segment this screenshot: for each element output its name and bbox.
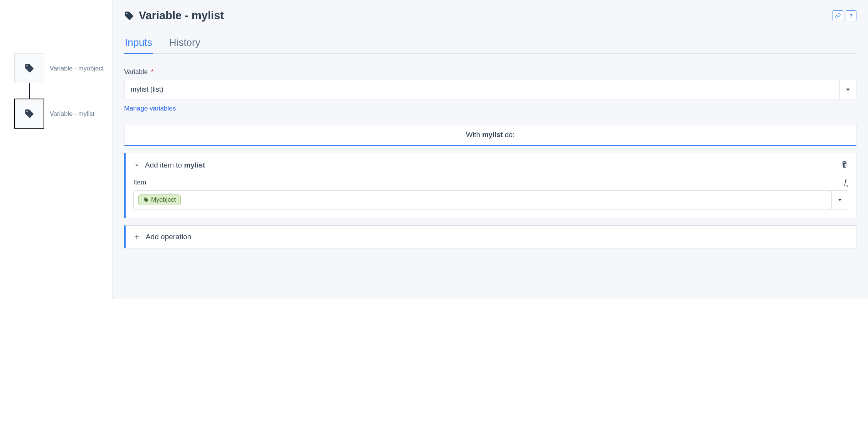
trash-icon — [841, 160, 848, 168]
node-box[interactable] — [14, 53, 44, 83]
node-variable-myobject[interactable]: Variable - myobject — [14, 53, 104, 83]
node-box[interactable] — [14, 99, 44, 129]
tag-icon — [24, 63, 34, 73]
editor-panel: Variable - mylist ? Inputs History Varia… — [113, 0, 868, 299]
operation-collapse-toggle[interactable]: Add item to mylist — [133, 161, 205, 169]
formula-toggle-button[interactable]: fx — [844, 178, 848, 187]
page-title-text: Variable - mylist — [139, 9, 224, 22]
with-block-header: With mylist do: — [124, 124, 856, 146]
page-title: Variable - mylist — [124, 9, 224, 22]
tag-icon — [124, 11, 134, 21]
add-operation-button[interactable]: Add operation — [124, 225, 856, 248]
link-icon — [835, 13, 841, 19]
plus-icon — [133, 233, 140, 240]
tab-inputs[interactable]: Inputs — [124, 35, 153, 54]
operation-card-add-item: Add item to mylist Item fx Myobject — [124, 153, 856, 218]
add-operation-label: Add operation — [146, 233, 191, 241]
help-icon: ? — [849, 13, 853, 19]
item-field-label: Item — [133, 179, 146, 186]
tag-icon — [143, 197, 149, 203]
chevron-down-icon — [846, 89, 850, 91]
tabs: Inputs History — [124, 35, 856, 54]
tag-icon — [24, 109, 34, 119]
help-button[interactable]: ? — [846, 10, 856, 21]
variable-pill-myobject[interactable]: Myobject — [138, 194, 181, 205]
delete-operation-button[interactable] — [841, 160, 848, 170]
node-variable-mylist[interactable]: Variable - mylist — [14, 99, 94, 129]
item-input-menu[interactable] — [831, 190, 848, 209]
required-marker: * — [151, 68, 154, 75]
workflow-canvas: Variable - myobject Variable - mylist — [0, 0, 113, 299]
chevron-down-icon — [133, 162, 140, 169]
link-button[interactable] — [833, 10, 843, 21]
variable-field-label: Variable * — [124, 68, 856, 76]
item-input[interactable]: Myobject — [133, 190, 831, 209]
variable-select-caret[interactable] — [839, 80, 856, 99]
variable-field: Variable * mylist (list) Manage variable… — [124, 68, 856, 112]
tab-history[interactable]: History — [168, 35, 201, 54]
node-label: Variable - mylist — [50, 110, 94, 117]
variable-select[interactable]: mylist (list) — [124, 80, 839, 99]
node-connector — [29, 83, 30, 99]
node-label: Variable - myobject — [50, 65, 104, 72]
chevron-down-icon — [838, 199, 842, 201]
manage-variables-link[interactable]: Manage variables — [124, 105, 176, 112]
